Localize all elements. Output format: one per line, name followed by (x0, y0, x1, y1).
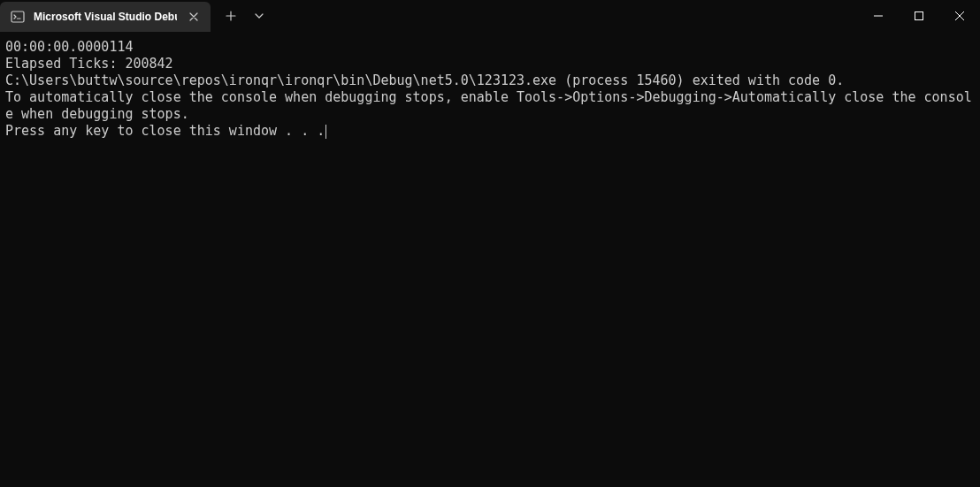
output-line: Press any key to close this window . . . (5, 123, 325, 139)
tab-active[interactable]: Microsoft Visual Studio Debug (0, 2, 211, 32)
tab-close-button[interactable] (186, 9, 202, 25)
output-line: Elapsed Ticks: 200842 (5, 56, 975, 72)
svg-rect-0 (11, 11, 24, 22)
tab-dropdown-button[interactable] (246, 0, 272, 32)
tab-title: Microsoft Visual Studio Debug (34, 11, 177, 23)
output-line: 00:00:00.0000114 (5, 39, 975, 56)
titlebar: Microsoft Visual Studio Debug (0, 0, 980, 32)
output-line: C:\Users\buttw\source\repos\ironqr\ironq… (5, 72, 975, 89)
terminal-icon (11, 10, 25, 24)
svg-rect-3 (915, 12, 923, 20)
minimize-button[interactable] (858, 0, 899, 32)
tab-area: Microsoft Visual Studio Debug (0, 0, 272, 32)
text-cursor (325, 125, 326, 139)
window-controls (858, 0, 980, 32)
console-output[interactable]: 00:00:00.0000114Elapsed Ticks: 200842C:\… (0, 32, 980, 487)
close-button[interactable] (939, 0, 980, 32)
maximize-button[interactable] (899, 0, 939, 32)
new-tab-button[interactable] (216, 0, 246, 32)
output-line: To automatically close the console when … (5, 89, 975, 123)
